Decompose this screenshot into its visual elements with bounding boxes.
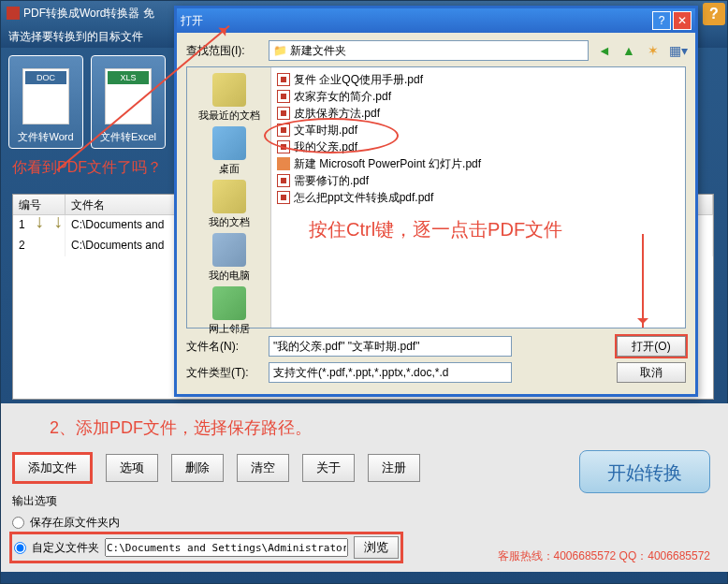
back-icon[interactable]: ◄ [596, 42, 613, 59]
places-bar: 我最近的文档 桌面 我的文档 我的电脑 网上邻居 [187, 67, 271, 328]
mydocs-icon [212, 180, 246, 213]
open-file-dialog: 打开 ? ✕ 查找范围(I): 📁 新建文件夹 ◄ ▲ ✶ ▦▾ 我最近的文档 … [174, 6, 698, 397]
cell-num: 2 [13, 236, 66, 256]
file-item[interactable]: 怎么把ppt文件转换成pdf.pdf [275, 189, 681, 206]
place-label: 我最近的文档 [198, 110, 260, 121]
tile-excel[interactable]: 文件转Excel [91, 55, 166, 149]
filetype-value: 支持文件(*.pdf,*.ppt,*.pptx,*.doc,*.d [273, 366, 448, 379]
help-button[interactable]: ? [703, 3, 725, 25]
dialog-bottom: 文件名(N): 打开(O) 文件类型(T): 支持文件(*.pdf,*.ppt,… [186, 336, 686, 383]
place-label: 我的文档 [209, 216, 250, 227]
cancel-button[interactable]: 取消 [617, 362, 686, 383]
tile-label: 文件转Word [18, 130, 73, 144]
view-menu-icon[interactable]: ▦▾ [669, 42, 686, 59]
arrow-to-open-annotation [642, 234, 644, 328]
app-title: PDF转换成Word转换器 免 [23, 6, 154, 22]
custom-path-input[interactable] [105, 538, 348, 557]
delete-button[interactable]: 删除 [171, 454, 224, 482]
filename-label: 文件名(N): [186, 339, 261, 355]
radio-custom-label: 自定义文件夹 [32, 540, 99, 556]
file-name: 新建 Microsoft PowerPoint 幻灯片.pdf [294, 156, 481, 172]
step-label: 2、添加PDF文件，选择保存路径。 [50, 416, 680, 439]
ppt-icon [277, 157, 290, 170]
computer-icon [212, 233, 246, 267]
file-name: 农家弃女的简介.pdf [294, 89, 391, 105]
place-desktop[interactable]: 桌面 [192, 126, 267, 176]
place-label: 桌面 [219, 163, 240, 174]
filetype-row: 文件类型(T): 支持文件(*.pdf,*.ppt,*.pptx,*.doc,*… [186, 362, 686, 383]
file-item[interactable]: 农家弃女的简介.pdf [275, 88, 681, 105]
pdf-icon [277, 174, 290, 187]
file-item[interactable]: 复件 企业QQ使用手册.pdf [275, 71, 681, 88]
browse-button[interactable]: 浏览 [354, 536, 399, 559]
file-area[interactable]: 复件 企业QQ使用手册.pdf 农家弃女的简介.pdf 皮肤保养方法.pdf 文… [271, 67, 685, 328]
radio-same-folder[interactable]: 保存在原文件夹内 [12, 515, 718, 531]
pdf-icon [277, 107, 290, 120]
filename-input[interactable] [269, 336, 512, 357]
annotation-see-pdf: 你看到PDF文件了吗？ [12, 158, 162, 178]
file-item[interactable]: 需要修订的.pdf [275, 172, 681, 189]
tile-label: 文件转Excel [100, 130, 156, 144]
lookin-row: 查找范围(I): 📁 新建文件夹 ◄ ▲ ✶ ▦▾ [186, 40, 686, 61]
filetype-label: 文件类型(T): [186, 365, 261, 381]
bottom-panel: 2、添加PDF文件，选择保存路径。 添加文件 选项 删除 清空 关于 注册 输出… [1, 403, 728, 572]
radio-custom-input[interactable] [14, 542, 26, 554]
file-name: 复件 企业QQ使用手册.pdf [294, 72, 423, 88]
start-convert-button[interactable]: 开始转换 [579, 450, 710, 493]
place-network[interactable]: 网上邻居 [192, 286, 267, 336]
about-button[interactable]: 关于 [302, 454, 355, 482]
doc-icon [22, 68, 69, 124]
pdf-icon [277, 90, 290, 103]
file-item[interactable]: 新建 Microsoft PowerPoint 幻灯片.pdf [275, 155, 681, 172]
ctrl-note-annotation: 按住Ctrl键，逐一点击PDF文件 [309, 217, 562, 242]
register-button[interactable]: 注册 [368, 454, 420, 482]
dialog-titlebar: 打开 ? ✕ [177, 8, 695, 33]
place-mycomp[interactable]: 我的电脑 [192, 233, 267, 283]
desktop-icon [212, 126, 246, 160]
hotline-text: 客服热线：4006685572 QQ：4006685572 [498, 548, 710, 564]
file-name: 怎么把ppt文件转换成pdf.pdf [294, 190, 433, 206]
oval-annotation [264, 118, 399, 153]
radio-same-label: 保存在原文件夹内 [30, 515, 120, 531]
app-icon [7, 7, 20, 20]
pdf-icon [277, 73, 290, 86]
arrow-icon [35, 211, 46, 233]
place-recent[interactable]: 我最近的文档 [192, 73, 267, 123]
lookin-value: 新建文件夹 [290, 44, 346, 57]
options-button[interactable]: 选项 [106, 454, 158, 482]
new-folder-icon[interactable]: ✶ [645, 42, 662, 59]
place-mydocs[interactable]: 我的文档 [192, 180, 267, 229]
file-name: 需要修订的.pdf [294, 173, 369, 189]
output-label: 输出选项 [12, 493, 718, 509]
place-label: 网上邻居 [209, 323, 250, 334]
radio-same-input[interactable] [12, 517, 24, 529]
filename-row: 文件名(N): 打开(O) [186, 336, 686, 357]
dialog-help-button[interactable]: ? [652, 11, 671, 30]
tile-word[interactable]: 文件转Word [8, 55, 83, 149]
dialog-title: 打开 [181, 13, 203, 29]
lookin-combo[interactable]: 📁 新建文件夹 [269, 40, 589, 61]
dialog-close-button[interactable]: ✕ [673, 11, 692, 30]
network-icon [212, 286, 246, 320]
recent-icon [212, 73, 246, 107]
arrow-icon [53, 211, 65, 233]
dialog-body: 查找范围(I): 📁 新建文件夹 ◄ ▲ ✶ ▦▾ 我最近的文档 桌面 我的文档… [177, 33, 695, 396]
pdf-icon [277, 191, 290, 204]
clear-button[interactable]: 清空 [237, 454, 289, 482]
add-file-button[interactable]: 添加文件 [12, 452, 93, 484]
place-label: 我的电脑 [209, 270, 250, 281]
radio-custom-folder[interactable]: 自定义文件夹 浏览 [12, 534, 400, 561]
open-button[interactable]: 打开(O) [617, 336, 686, 357]
dialog-main: 我最近的文档 桌面 我的文档 我的电脑 网上邻居 复件 企业QQ使用手册.pdf… [186, 66, 686, 328]
filetype-combo[interactable]: 支持文件(*.pdf,*.ppt,*.pptx,*.doc,*.d [269, 362, 512, 383]
up-icon[interactable]: ▲ [620, 42, 637, 59]
